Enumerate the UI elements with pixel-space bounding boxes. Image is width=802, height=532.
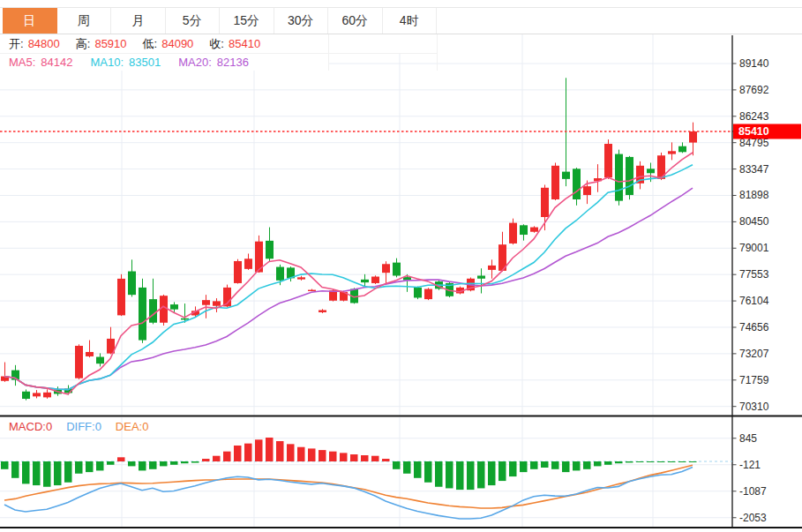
price-axis-label: 74656 [739,321,769,333]
ma10-label: MA10: [91,56,124,69]
ma20-line [4,188,693,390]
macd-bar [64,461,72,483]
candle-body [371,277,379,283]
tab-30min[interactable]: 30分 [274,8,329,34]
close-value: 85410 [229,37,260,50]
candle-body [139,288,146,341]
candle-body [604,144,612,177]
high-value: 85910 [94,37,126,50]
macd-bar [678,461,686,462]
candle-body [520,225,528,235]
candle-body [117,279,125,315]
macd-bar [54,461,62,485]
candle-body [297,277,305,279]
macd-bar [424,461,432,483]
macd-bar [1,461,9,469]
price-axis-label: 76104 [739,295,769,307]
price-axis-label: 81898 [739,189,769,201]
dea-label: DEA: [116,420,142,433]
macd-bar [435,461,443,487]
open-label: 开: [9,36,24,52]
candle-body [213,301,221,305]
header-divider-2 [437,34,438,71]
macd-bar [340,453,348,461]
price-axis-label: 87692 [739,84,769,96]
candle-body [319,310,326,311]
tab-week[interactable]: 周 [57,8,112,34]
macd-bar [530,461,538,469]
price-axis-label: 86243 [739,110,769,123]
header-divider-1 [328,34,329,71]
candle-body [647,169,655,173]
candle-body [678,146,686,153]
tab-day[interactable]: 日 [3,8,57,34]
macd-bar [202,459,210,461]
low-label: 低: [143,36,158,52]
candle-body [244,259,252,269]
macd-bar [43,461,51,487]
candle-body [128,272,136,296]
candle-body [414,288,422,298]
macd-bar [266,438,274,461]
macd-bar [393,461,401,469]
macd-bar [287,444,295,461]
macd-bar [657,461,665,462]
candle-body [382,264,390,273]
candle-body [86,352,94,356]
macd-bar [551,461,559,469]
candle-body [202,300,210,305]
macd-bar [329,452,337,461]
macd-bar [181,461,189,463]
price-axis-label: 89140 [739,57,769,70]
candle-body [75,346,83,378]
macd-bar [467,461,475,490]
price-axis-label: 73207 [739,348,769,360]
diff-line [4,468,693,520]
macd-bar [96,461,104,470]
candle-body [361,280,369,282]
macd-bar [498,461,506,481]
kline-chart[interactable]: 8914087692862438479583347818988045079001… [0,0,802,532]
macd-bar [170,461,178,465]
candle-body [530,228,538,232]
tab-month[interactable]: 月 [111,8,166,34]
macd-bar [276,441,284,461]
candle-body [541,188,549,217]
tab-4hour[interactable]: 4时 [383,8,438,34]
macd-bar [583,461,591,469]
macd-bar [382,459,390,461]
macd-bar [223,452,231,461]
candle-body [43,393,51,398]
macd-bar [11,461,19,478]
price-axis-label: 79001 [739,242,769,254]
candle-body [573,169,581,199]
price-axis-label: 80450 [739,215,769,228]
tab-5min[interactable]: 5分 [166,8,221,34]
macd-bar [361,455,369,461]
candle-body [393,263,401,276]
candle-body [276,267,284,281]
macd-bar [139,461,146,470]
macd-legend: MACD:0 DIFF:0 DEA:0 [0,418,148,434]
diff-value: 0 [95,420,101,433]
candle-body [488,266,496,270]
macd-bar [636,461,644,462]
candle-body [96,357,104,364]
ma-legend: MA5: 84142 MA10: 83501 MA20: 82136 [0,54,328,71]
ma10-value: 83501 [129,56,161,69]
price-axis-label: 77553 [739,268,769,281]
macd-bar [297,447,305,461]
macd-axis-label: -2053 [739,512,767,524]
tab-60min[interactable]: 60分 [328,8,383,34]
ma5-value: 84142 [41,56,72,69]
candle-body [509,223,517,244]
ma5-label: MA5: [9,56,35,69]
macd-bar [234,446,242,461]
tab-15min[interactable]: 15分 [220,8,274,34]
macd-bar [86,461,94,472]
macd-axis-label: -121 [739,459,761,471]
candle-body [615,154,623,201]
dea-value: 0 [142,420,148,433]
macd-bar [371,456,379,461]
macd-label: MACD: [9,420,46,433]
